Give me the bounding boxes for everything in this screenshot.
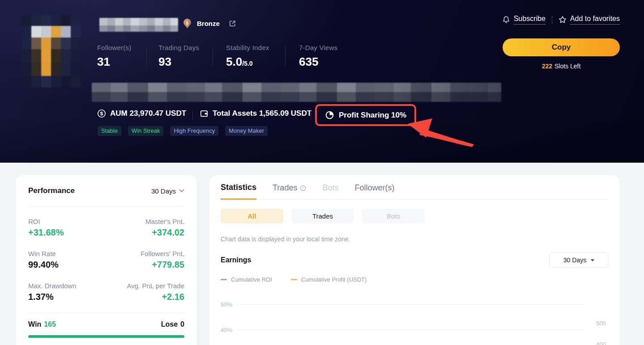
wallet-icon <box>200 109 209 118</box>
legend-swatch-blue <box>221 279 227 281</box>
metric-label: ROI <box>28 218 107 225</box>
y-axis-left-tick: 40% <box>221 327 232 333</box>
win-lose-row: Win165 Lose0 <box>28 320 184 328</box>
y-axis-right-tick: 400 <box>596 341 606 345</box>
pie-chart-icon <box>325 110 334 120</box>
metric-value: +31.68% <box>28 227 107 238</box>
tag-high-frequency: High Frequency <box>170 126 218 136</box>
divider <box>285 46 286 66</box>
add-to-favorites-link[interactable]: Add to favorites <box>559 15 620 25</box>
filter-bots[interactable]: Bots <box>362 209 425 223</box>
slots-left-text: Slots Left <box>554 63 580 70</box>
svg-text:?: ? <box>302 186 304 190</box>
tags-row: Stable Win Streak High Frequency Money M… <box>98 126 268 136</box>
metric-value: 1.37% <box>28 292 107 302</box>
earnings-period-select[interactable]: 30 Days <box>549 252 609 268</box>
metric-value: +779.85 <box>107 260 185 270</box>
star-icon <box>559 16 567 24</box>
chart-legend: Cumulative ROI Cumulative Profit (USDT) <box>221 276 609 283</box>
stat-stability-index: Stability Index 5.0/5.0 <box>226 44 269 69</box>
stat-7day-views: 7-Day Views 635 <box>299 44 337 69</box>
tag-stable: Stable <box>98 126 121 136</box>
performance-period-value: 30 Days <box>151 187 176 195</box>
divider <box>28 206 184 207</box>
divider <box>213 46 213 66</box>
badge-label: Bronze <box>197 20 220 27</box>
stat-value-suffix: /5.0 <box>242 60 252 67</box>
bell-icon <box>502 16 510 24</box>
win-count: 165 <box>44 320 56 328</box>
tag-win-streak: Win Streak <box>128 126 164 136</box>
slots-left-count: 222 <box>542 63 552 70</box>
divider <box>311 110 311 120</box>
dollar-circle-icon: $ <box>97 109 106 118</box>
badge-row: Bronze <box>182 18 237 29</box>
lose-stat: Lose0 <box>161 320 184 328</box>
tab-trades-label: Trades <box>273 183 297 193</box>
y-axis-left-tick: 50% <box>221 301 232 308</box>
header-actions: Subscribe Add to favorites <box>502 15 620 25</box>
filter-all[interactable]: All <box>221 209 283 223</box>
y-axis-right-tick: 500 <box>596 320 606 327</box>
metric-label: Followers' PnL <box>107 250 185 257</box>
divider <box>28 313 184 313</box>
earnings-period-value: 30 Days <box>563 257 586 264</box>
tab-trades[interactable]: Trades ? <box>273 183 306 199</box>
metric-win-rate: Win Rate 99.40% <box>28 250 107 270</box>
metric-followers-pnl: Followers' PnL +779.85 <box>107 250 185 270</box>
subscribe-link[interactable]: Subscribe <box>502 15 546 25</box>
metric-label: Max. Drawdown <box>28 282 107 290</box>
tab-followers[interactable]: Follower(s) <box>354 183 394 199</box>
stat-label: 7-Day Views <box>299 44 337 51</box>
divider <box>552 16 552 24</box>
earnings-header: Earnings 30 Days <box>221 252 609 268</box>
stat-label: Follower(s) <box>97 44 131 51</box>
gridline <box>236 329 584 330</box>
earnings-title: Earnings <box>221 256 251 264</box>
metric-masters-pnl: Master's PnL +374.02 <box>107 218 185 238</box>
filter-trades[interactable]: Trades <box>291 209 354 223</box>
trader-bio-blurred <box>92 83 501 102</box>
stat-trading-days: Trading Days 93 <box>158 44 199 69</box>
profit-sharing-text: Profit Sharing 10% <box>339 111 406 120</box>
tag-money-maker: Money Maker <box>225 126 268 136</box>
metrics-row: $ AUM 23,970.47 USDT Total Assets 1,565.… <box>0 104 644 126</box>
legend-cumulative-roi[interactable]: Cumulative ROI <box>221 276 272 283</box>
tab-statistics[interactable]: Statistics <box>221 183 256 200</box>
stat-value: 635 <box>299 55 337 69</box>
win-stat: Win165 <box>28 320 56 328</box>
tab-bots[interactable]: Bots <box>322 183 338 199</box>
gridline <box>236 304 584 304</box>
aum-metric: $ AUM 23,970.47 USDT <box>97 109 186 118</box>
metric-label: Master's PnL <box>107 218 185 225</box>
divider <box>146 46 147 66</box>
earnings-chart: 50% 40% 500 400 <box>221 292 609 345</box>
metric-value: +374.02 <box>107 227 185 238</box>
trader-name-blurred <box>99 18 178 32</box>
external-link-icon[interactable] <box>228 19 237 28</box>
performance-header: Performance 30 Days <box>28 175 184 206</box>
statistics-card: Statistics Trades ? Bots Follower(s) All… <box>209 175 620 345</box>
copy-button[interactable]: Copy <box>503 38 620 56</box>
aum-text: AUM 23,970.47 USDT <box>110 109 186 118</box>
win-label: Win <box>28 320 41 328</box>
performance-period-dropdown[interactable]: 30 Days <box>151 187 184 195</box>
help-icon: ? <box>300 185 306 191</box>
total-assets-text: Total Assets 1,565.09 USDT <box>213 109 311 118</box>
metric-value: +2.16 <box>107 292 185 302</box>
legend-label: Cumulative Profit (USDT) <box>301 276 367 283</box>
win-lose-bar <box>28 335 184 338</box>
svg-text:$: $ <box>100 111 103 116</box>
favorites-label: Add to favorites <box>570 15 620 25</box>
chevron-down-icon <box>179 189 184 193</box>
lose-count: 0 <box>180 320 184 328</box>
stat-label: Stability Index <box>226 44 269 51</box>
performance-metrics: ROI +31.68% Master's PnL +374.02 Win Rat… <box>28 218 184 302</box>
avatar <box>21 15 81 88</box>
legend-cumulative-profit[interactable]: Cumulative Profit (USDT) <box>291 276 367 283</box>
slots-left: 222Slots Left <box>503 63 620 70</box>
metric-avg-pnl: Avg. PnL per Trade +2.16 <box>107 282 185 302</box>
performance-card: Performance 30 Days ROI +31.68% Master's… <box>16 175 197 345</box>
bronze-medal-icon <box>182 18 193 29</box>
metric-value: 99.40% <box>28 260 107 270</box>
